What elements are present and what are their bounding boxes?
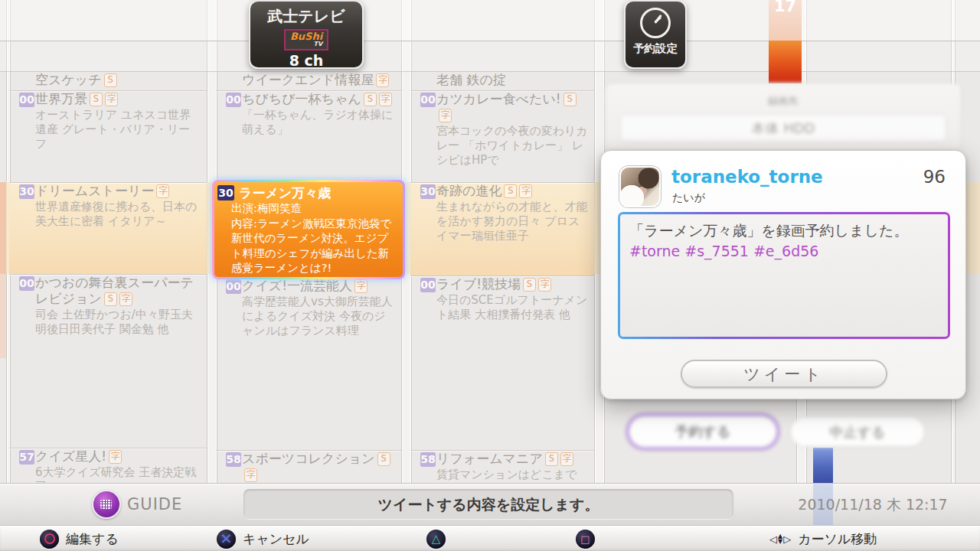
tweet-text: 「ラーメン万々歳」を録画予約しました。 #torne #s_7551 #e_6d… [620, 214, 948, 337]
channel-name: 武士テレビ [250, 6, 362, 27]
timeline-hour-column: 17 [769, 0, 802, 41]
program-flag-badge: 字 [538, 278, 551, 292]
program-desc: 高学歴芸能人vs大御所芸能人によるクイズ対決 今夜のジャンルはフランス料理 [242, 295, 395, 338]
tweet-dialog: toraneko_torne 96 たいが 「ラーメン万々歳」を録画予約しました… [600, 150, 966, 399]
circle-glyph [44, 533, 55, 544]
program-flag-badge: 字 [156, 184, 169, 198]
program-cell[interactable]: 58スポーツコレクションS字これまでとまったく違う角度からの [216, 450, 401, 484]
cross-glyph: × [220, 530, 233, 546]
guide-button[interactable] [92, 490, 121, 519]
time-badge: 58 [226, 452, 241, 467]
program-title: 空スケッチ [35, 72, 102, 87]
square-button-icon: □ [576, 530, 595, 549]
reserve-button[interactable]: 予約する [629, 416, 776, 447]
channel-number: 8 ch [250, 52, 362, 69]
char-count: 96 [923, 167, 946, 187]
program-flag-badge: S [90, 93, 103, 106]
triangle-button-icon: △ [426, 530, 446, 549]
program-cell[interactable]: 00ライブ!競技場S字今日のSCEゴルフトーナメント結果 大相撲番付発表 他 [410, 276, 594, 450]
program-body: リフォームマニアS字 [436, 451, 588, 467]
program-body: ちびちび一杯ちゃんS字 [242, 91, 395, 107]
program-desc: 出演:梅岡笑造 [231, 201, 397, 217]
reserve-settings-button[interactable]: 予約設定 [624, 0, 687, 69]
tweet-text-box[interactable]: 「ラーメン万々歳」を録画予約しました。 #torne #s_7551 #e_6d… [618, 212, 950, 339]
time-badge: 00 [420, 93, 436, 107]
program-cell[interactable]: 30ドリームストーリー字世界遺産修復に携わる、日本の美大生に密着 イタリア～ [9, 182, 207, 274]
program-title: カツカレー食べたい! [436, 91, 561, 106]
dpad-icon: ◁ ▲▼ ▷ [769, 533, 791, 544]
hint-cursor-move: ◁ ▲▼ ▷ カーソル移動 [769, 526, 877, 551]
time-badge: 00 [420, 278, 436, 292]
program-body: 空スケッチS [35, 72, 201, 88]
program-title: リフォームマニア [436, 451, 543, 466]
triangle-glyph: △ [432, 533, 441, 545]
program-flag-badge: S [377, 452, 390, 466]
program-cell[interactable]: 老舗 鉄の掟 [410, 41, 594, 90]
program-body: クイズ星人!字 [35, 448, 201, 465]
program-title: ドリームストーリー [35, 183, 154, 198]
reserve-settings-label: 予約設定 [626, 41, 685, 56]
program-flag-badge: S [523, 278, 536, 292]
avatar [619, 166, 661, 207]
program-desc: 「一杯ちゃん、ラジオ体操に萌える」 [242, 108, 395, 137]
tweet-button[interactable]: ツイート [681, 360, 887, 388]
program-cell[interactable]: 00かつおの舞台裏スーパーテレビジョンS字司会 土佐野かつお/中々野玉夫 明後日… [9, 274, 207, 448]
time-badge: 30 [217, 185, 234, 201]
program-title: 奇跡の進化 [436, 183, 501, 198]
tweet-hashtags: #torne #s_7551 #e_6d56 [629, 243, 818, 259]
status-message: ツイートする内容を設定します。 [243, 489, 733, 520]
timeline-hour-label: 17 [769, 0, 802, 15]
program-desc: オーストラリア ユネスコ世界遺産 グレート・バリア・リーフ [35, 108, 201, 152]
program-desc: 6大学クイズ研究会 王者決定戦 司 [35, 465, 201, 484]
program-cell[interactable]: 00クイズ!一流芸能人字高学歴芸能人vs大御所芸能人によるクイズ対決 今夜のジャ… [216, 277, 401, 450]
timeline-current-bar [769, 41, 802, 83]
program-cell[interactable]: 58リフォームマニアS字賃貸マンションはどこまで変われる [410, 450, 594, 484]
cross-button-icon: × [217, 530, 236, 549]
dpad-left-glyph: ◁ [769, 534, 777, 544]
program-body: 老舗 鉄の掟 [436, 72, 588, 88]
program-flag-badge: 字 [519, 184, 532, 198]
square-glyph: □ [580, 534, 590, 544]
dpad-right-glyph: ▷ [783, 534, 791, 544]
program-cell[interactable]: 00ちびちび一杯ちゃんS字「一杯ちゃん、ラジオ体操に萌える」 [216, 90, 401, 182]
hint-triangle: △ [426, 526, 452, 551]
program-flag-badge: 字 [439, 109, 452, 122]
record-destination-value[interactable]: 本体 HDD [620, 114, 946, 142]
program-cell[interactable]: 30奇跡の進化S字生まれながらの才能と、才能を活かす努力の日々 プロスイマー瑞垣… [410, 182, 594, 276]
hint-cancel: × キャンセル [217, 526, 309, 551]
hint-edit: 編集する [40, 526, 119, 551]
program-cell[interactable]: 00カツカレー食べたい!S字宮本コックの今夜の変わりカレー 「ホワイトカレー」 … [410, 90, 594, 182]
time-badge: 00 [226, 93, 241, 107]
time-badge: 30 [420, 184, 436, 199]
time-badge: 00 [19, 276, 34, 291]
status-bar: GUIDE ツイートする内容を設定します。 2010/11/18 木 12:17 [0, 484, 980, 525]
program-cell[interactable]: 57クイズ星人!字6大学クイズ研究会 王者決定戦 司 [9, 448, 207, 484]
cancel-reserve-button[interactable]: 中止する [790, 416, 925, 447]
program-body: ライブ!競技場S字 [436, 276, 588, 292]
selected-program-cell[interactable]: 30ラーメン万々歳出演:梅岡笑造内容:ラーメン激戦区東京池袋で新世代のラーメン対… [212, 180, 405, 279]
hint-label: カーソル移動 [798, 530, 877, 548]
program-cell[interactable]: 空スケッチS [9, 41, 207, 90]
program-title: スポーツコレクション [242, 451, 375, 466]
channel-header-card[interactable]: 武士テレビ BuShi TV 8 ch [249, 0, 364, 69]
program-title: ライブ!競技場 [436, 276, 521, 292]
program-flag-badge: S [364, 93, 377, 106]
program-desc: 司会 土佐野かつお/中々野玉夫 明後日田美代子 関金勉 他 [35, 308, 201, 337]
program-body: クイズ!一流芸能人字 [242, 278, 395, 294]
program-flag-badge: 字 [354, 279, 368, 293]
program-desc: 賃貸マンションはどこまで変われる [436, 468, 588, 484]
program-flag-badge: 字 [379, 93, 392, 106]
program-flag-badge: S [545, 452, 558, 466]
twitter-username: toraneko_torne [671, 167, 823, 187]
program-desc: 内容:ラーメン激戦区東京池袋で新世代のラーメン対決。エジプト料理のシェフが編み出… [231, 217, 397, 276]
program-flag-badge: S [104, 292, 117, 306]
circle-button-icon [40, 530, 59, 549]
time-badge: 58 [420, 452, 436, 467]
record-destination-dialog: 録画先 本体 HDD [605, 83, 962, 152]
program-cell[interactable]: 00世界万景S字オーストラリア ユネスコ世界遺産 グレート・バリア・リーフ [9, 90, 207, 182]
program-body: ドリームストーリー字 [35, 183, 201, 199]
program-flag-badge: 字 [119, 292, 132, 306]
program-title: クイズ!一流芸能人 [242, 278, 352, 293]
program-body: かつおの舞台裏スーパーテレビジョンS字 [35, 275, 201, 307]
time-badge: 30 [19, 184, 34, 199]
